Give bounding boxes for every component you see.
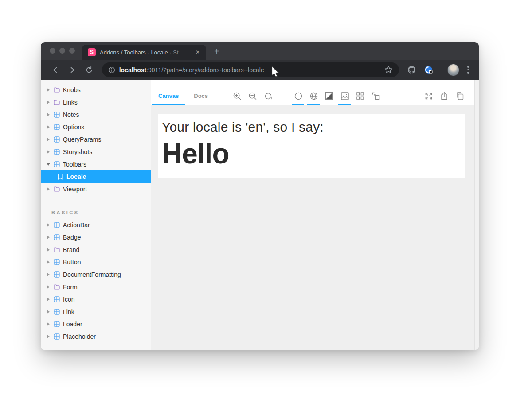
- component-icon: [53, 124, 60, 130]
- share-button[interactable]: [436, 87, 452, 105]
- blue-lock-icon: [424, 65, 434, 75]
- component-icon: [53, 161, 60, 167]
- page-scrollbar[interactable]: [474, 80, 479, 350]
- folder-icon: [53, 186, 60, 192]
- zoom-out-button[interactable]: [245, 87, 260, 105]
- traffic-light-zoom[interactable]: [69, 48, 75, 54]
- sidebar-item-locale-selected[interactable]: Locale: [41, 170, 151, 183]
- sidebar-item-placeholder[interactable]: Placeholder: [41, 330, 151, 343]
- component-icon: [53, 222, 60, 228]
- chevron-right-icon[interactable]: [47, 150, 50, 154]
- collage-view-button[interactable]: [368, 87, 383, 105]
- circle-icon: [294, 92, 303, 101]
- sidebar-item-link[interactable]: Link: [41, 306, 151, 318]
- chevron-right-icon[interactable]: [47, 285, 50, 289]
- traffic-light-minimize[interactable]: [59, 48, 65, 54]
- traffic-light-close[interactable]: [50, 48, 55, 54]
- component-icon: [53, 296, 60, 302]
- chevron-right-icon[interactable]: [47, 88, 50, 92]
- bookmark-icon: [57, 174, 63, 180]
- profile-avatar[interactable]: [447, 64, 460, 76]
- locale-globe-button[interactable]: [306, 87, 321, 105]
- grid-view-button[interactable]: [352, 87, 368, 105]
- image-snapshot-button[interactable]: [337, 87, 352, 105]
- toolbar-divider: [441, 66, 441, 74]
- browser-tab[interactable]: S Addons / Toolbars - Locale · St ✕: [82, 45, 206, 60]
- chevron-right-icon[interactable]: [47, 101, 50, 104]
- url-text[interactable]: localhost:9011/?path=/story/addons-toolb…: [119, 66, 384, 74]
- chevron-right-icon[interactable]: [47, 236, 50, 239]
- canvas-toolbar: Canvas Docs: [151, 80, 479, 105]
- chevron-right-icon[interactable]: [47, 223, 50, 227]
- tab-docs[interactable]: Docs: [187, 87, 215, 105]
- sidebar-item-label: Badge: [63, 234, 81, 241]
- sidebar-item-notes[interactable]: Notes: [41, 108, 151, 121]
- forward-button[interactable]: [66, 63, 79, 77]
- zoom-in-button[interactable]: [229, 87, 245, 105]
- fullscreen-button[interactable]: [421, 87, 436, 105]
- url-host: localhost: [119, 66, 146, 74]
- sidebar-item-button[interactable]: Button: [41, 256, 151, 268]
- sidebar-item-loader[interactable]: Loader: [41, 318, 151, 330]
- background-toggle-button[interactable]: [290, 87, 306, 105]
- sidebar-item-label: Viewport: [63, 186, 87, 193]
- chevron-right-icon[interactable]: [47, 335, 50, 338]
- zoom-in-icon: [233, 92, 242, 101]
- sidebar-item-options[interactable]: Options: [41, 121, 151, 133]
- tab-title: Addons / Toolbars - Locale · St: [100, 49, 179, 56]
- sidebar-item-queryparams[interactable]: QueryParams: [41, 133, 151, 146]
- screenshot-stage: S Addons / Toolbars - Locale · St ✕ +: [0, 0, 532, 395]
- sidebar-item-viewport[interactable]: Viewport: [41, 183, 151, 195]
- privacy-extension-icon[interactable]: [422, 64, 435, 76]
- sidebar-item-label: ActionBar: [63, 221, 90, 228]
- sidebar-item-storyshots[interactable]: Storyshots: [41, 146, 151, 158]
- chevron-right-icon[interactable]: [47, 248, 50, 252]
- sidebar-item-label: Notes: [63, 111, 79, 118]
- tab-canvas[interactable]: Canvas: [152, 87, 185, 105]
- url-bar[interactable]: localhost:9011/?path=/story/addons-toolb…: [102, 62, 399, 77]
- component-icon: [53, 259, 60, 265]
- component-icon: [53, 136, 60, 143]
- sidebar-item-toolbars[interactable]: Toolbars: [41, 158, 151, 170]
- sidebar-item-documentformatting[interactable]: DocumentFormatting: [41, 268, 151, 281]
- back-button[interactable]: [49, 63, 62, 77]
- chevron-right-icon[interactable]: [47, 113, 50, 116]
- sidebar-item-links[interactable]: Links: [41, 96, 151, 108]
- sidebar-item-label: DocumentFormatting: [63, 271, 121, 278]
- browser-menu-button[interactable]: [464, 63, 473, 76]
- sidebar-item-icon[interactable]: Icon: [41, 293, 151, 306]
- sidebar-item-label: Icon: [63, 296, 74, 303]
- tab-title-truncated: · St: [169, 49, 178, 56]
- copy-link-button[interactable]: [452, 87, 467, 105]
- chevron-right-icon[interactable]: [47, 260, 50, 264]
- sidebar-item-brand[interactable]: Brand: [41, 244, 151, 256]
- github-extension-icon[interactable]: [406, 64, 418, 76]
- tab-close-icon[interactable]: ✕: [194, 48, 202, 56]
- chevron-right-icon[interactable]: [47, 187, 50, 191]
- reload-icon: [85, 66, 93, 74]
- page-info-icon[interactable]: [108, 66, 115, 74]
- chevron-right-icon[interactable]: [47, 273, 50, 276]
- sidebar-item-form[interactable]: Form: [41, 281, 151, 293]
- chevron-right-icon[interactable]: [47, 125, 50, 129]
- component-icon: [53, 234, 60, 240]
- chevron-right-icon[interactable]: [47, 310, 50, 314]
- storybook-favicon-icon: S: [88, 48, 96, 56]
- collage-icon: [372, 92, 380, 101]
- reload-button[interactable]: [82, 63, 96, 77]
- sidebar-item-actionbar[interactable]: ActionBar: [41, 219, 151, 231]
- zoom-reset-icon: [264, 92, 273, 101]
- new-tab-button[interactable]: +: [214, 46, 219, 57]
- toolbar-spacer: [383, 87, 421, 105]
- sidebar-item-badge[interactable]: Badge: [41, 231, 151, 244]
- chevron-right-icon[interactable]: [47, 322, 50, 326]
- bookmark-star-icon[interactable]: [384, 66, 393, 74]
- component-icon: [53, 149, 60, 155]
- chevron-right-icon[interactable]: [47, 298, 50, 301]
- sidebar-item-label: Link: [63, 308, 74, 315]
- sidebar-item-knobs[interactable]: Knobs: [41, 84, 151, 96]
- chevron-right-icon[interactable]: [47, 138, 50, 141]
- zoom-reset-button[interactable]: [260, 87, 276, 105]
- chevron-down-icon[interactable]: [47, 163, 50, 166]
- contrast-button[interactable]: [321, 87, 337, 105]
